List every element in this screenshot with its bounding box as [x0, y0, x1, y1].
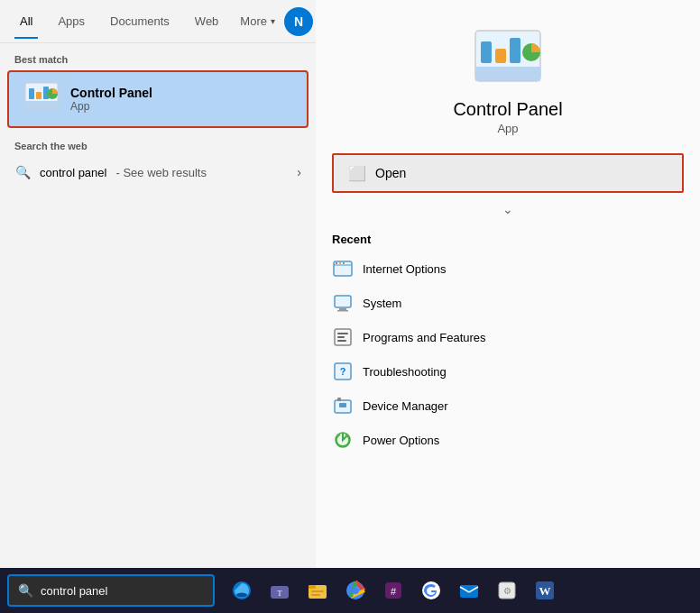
- recent-item-programs[interactable]: Programs and Features: [332, 320, 684, 354]
- svg-text:#: #: [391, 586, 397, 597]
- taskbar-search[interactable]: 🔍 control panel: [7, 574, 215, 607]
- tab-apps[interactable]: Apps: [45, 4, 97, 39]
- svg-rect-21: [337, 333, 348, 334]
- tab-bar: All Apps Documents Web More ▾ N ☺ ··· ✕: [0, 0, 316, 43]
- google-icon[interactable]: [415, 574, 447, 607]
- search-web-label: Search the web: [0, 128, 316, 157]
- svg-text:W: W: [539, 584, 551, 598]
- app-name: Control Panel: [453, 99, 562, 120]
- svg-point-15: [339, 262, 341, 264]
- tab-all[interactable]: All: [7, 4, 45, 39]
- taskbar: 🔍 control panel T: [0, 568, 700, 613]
- svg-rect-44: [460, 585, 478, 598]
- svg-rect-3: [36, 92, 41, 99]
- svg-text:?: ?: [340, 366, 346, 377]
- svg-rect-7: [475, 67, 540, 81]
- file-explorer-icon[interactable]: [301, 574, 334, 607]
- svg-rect-19: [337, 310, 348, 312]
- recent-item-internet-options[interactable]: Internet Options: [332, 252, 684, 286]
- taskbar-icons: T #: [226, 574, 561, 607]
- expand-button[interactable]: ⌄: [332, 193, 684, 225]
- power-options-label: Power Options: [363, 434, 439, 447]
- svg-rect-8: [481, 41, 492, 63]
- svg-rect-37: [311, 594, 320, 596]
- recent-item-device-manager[interactable]: Device Manager: [332, 389, 684, 423]
- tab-more[interactable]: More ▾: [231, 4, 284, 39]
- arrow-icon: ›: [297, 165, 301, 179]
- device-manager-label: Device Manager: [363, 399, 448, 413]
- search-web-item[interactable]: 🔍 control panel - See web results ›: [0, 157, 316, 188]
- system-label: System: [363, 297, 401, 310]
- recent-label: Recent: [332, 225, 684, 252]
- chevron-down-icon: ▾: [271, 16, 275, 26]
- programs-icon: [332, 326, 354, 348]
- device-manager-icon: [332, 395, 354, 416]
- svg-point-40: [352, 587, 359, 594]
- best-match-text: Control Panel App: [70, 86, 152, 113]
- recent-section: Recent Internet Options: [332, 225, 684, 457]
- open-button[interactable]: ⬜ Open: [332, 153, 684, 193]
- edge-icon[interactable]: [226, 574, 258, 607]
- svg-point-16: [343, 262, 345, 264]
- app-type: App: [497, 122, 518, 135]
- svg-rect-27: [337, 398, 341, 401]
- avatar[interactable]: N: [284, 7, 313, 36]
- svg-rect-9: [495, 49, 506, 63]
- teams-icon[interactable]: T: [263, 574, 296, 607]
- app-icon-area: Control Panel App: [453, 27, 562, 135]
- security-icon[interactable]: ⚙: [491, 574, 523, 607]
- svg-rect-10: [510, 38, 520, 63]
- tab-web[interactable]: Web: [182, 4, 232, 39]
- internet-options-label: Internet Options: [363, 262, 447, 276]
- power-options-icon: [332, 429, 354, 451]
- mail-icon[interactable]: [453, 574, 485, 607]
- right-pane: Control Panel App ⬜ Open ⌄ Recent Intern…: [316, 0, 700, 568]
- svg-rect-17: [335, 296, 351, 307]
- word-icon[interactable]: W: [529, 574, 561, 607]
- taskbar-search-icon: 🔍: [18, 583, 33, 598]
- svg-point-31: [236, 593, 247, 598]
- svg-text:⚙: ⚙: [503, 586, 511, 596]
- open-icon: ⬜: [348, 165, 366, 182]
- recent-item-power-options[interactable]: Power Options: [332, 423, 684, 457]
- troubleshooting-icon: ?: [332, 361, 354, 382]
- taskbar-search-text: control panel: [41, 584, 107, 598]
- recent-item-troubleshooting[interactable]: ? Troubleshooting: [332, 354, 684, 389]
- svg-rect-35: [309, 585, 316, 589]
- best-match-label: Best match: [0, 43, 316, 70]
- system-icon: [332, 292, 354, 314]
- programs-label: Programs and Features: [363, 331, 486, 344]
- chrome-icon[interactable]: [339, 574, 372, 607]
- control-panel-icon: [23, 81, 60, 117]
- troubleshooting-label: Troubleshooting: [363, 365, 447, 379]
- svg-point-14: [336, 262, 337, 264]
- app-large-icon: [472, 27, 544, 99]
- svg-rect-28: [339, 403, 346, 407]
- svg-rect-23: [337, 340, 346, 342]
- slack-icon[interactable]: #: [377, 574, 410, 607]
- svg-rect-1: [25, 101, 58, 108]
- svg-rect-36: [311, 590, 324, 592]
- svg-rect-22: [337, 336, 345, 338]
- chevron-down-icon: ⌄: [502, 202, 513, 216]
- svg-text:T: T: [277, 589, 282, 598]
- tab-documents[interactable]: Documents: [97, 4, 182, 39]
- open-label: Open: [375, 166, 406, 180]
- internet-options-icon: [332, 258, 354, 279]
- svg-rect-18: [339, 308, 346, 310]
- best-match-item[interactable]: Control Panel App: [7, 70, 309, 128]
- left-pane: All Apps Documents Web More ▾ N ☺ ··· ✕ …: [0, 0, 316, 568]
- search-icon: 🔍: [14, 164, 31, 180]
- recent-item-system[interactable]: System: [332, 286, 684, 320]
- svg-rect-2: [29, 88, 34, 99]
